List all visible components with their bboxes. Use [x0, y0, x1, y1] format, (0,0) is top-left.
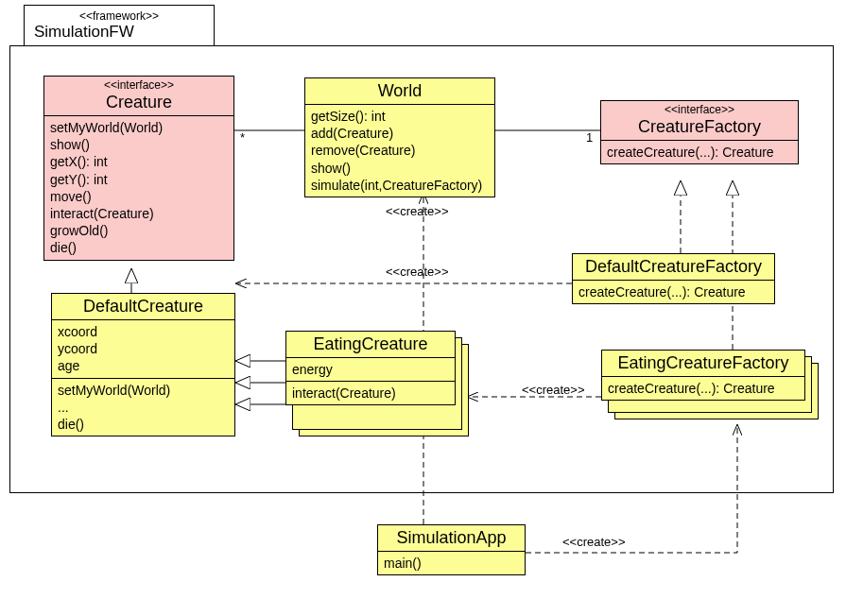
cfactory-stereotype: <<interface>>	[605, 103, 794, 116]
op: die()	[50, 239, 228, 256]
eatcfactory-name: EatingCreatureFactory	[606, 352, 801, 374]
world-ops: getSize(): int add(Creature) remove(Crea…	[305, 104, 494, 197]
op: setMyWorld(World)	[50, 119, 228, 136]
op: show()	[311, 160, 489, 177]
cfactory-ops: createCreature(...): Creature	[601, 140, 798, 163]
op: main()	[384, 555, 519, 572]
world-name: World	[309, 80, 491, 102]
eatcreature-ops: interact(Creature)	[286, 381, 455, 404]
class-world: World getSize(): int add(Creature) remov…	[304, 77, 495, 197]
creature-name: Creature	[48, 92, 230, 113]
multiplicity-one: 1	[586, 130, 593, 145]
op: growOld()	[50, 222, 228, 239]
create-label: <<create>>	[386, 204, 449, 218]
package-stereotype: <<framework>>	[34, 9, 204, 23]
eatcreature-attrs: energy	[286, 357, 455, 381]
defcfactory-ops: createCreature(...): Creature	[573, 280, 774, 303]
op: createCreature(...): Creature	[608, 380, 799, 397]
op: simulate(int,CreatureFactory)	[311, 177, 489, 194]
defcreature-ops: setMyWorld(World) ... die()	[52, 378, 234, 436]
package-name: SimulationFW	[34, 23, 204, 42]
class-simulation-app: SimulationApp main()	[377, 524, 526, 575]
op: add(Creature)	[311, 125, 489, 142]
op: createCreature(...): Creature	[578, 283, 768, 300]
create-label: <<create>>	[522, 383, 585, 397]
create-label: <<create>>	[386, 265, 449, 279]
op: getX(): int	[50, 153, 228, 170]
op: show()	[50, 136, 228, 153]
simapp-ops: main()	[378, 551, 525, 574]
attr: age	[58, 357, 229, 374]
op: ...	[58, 399, 229, 416]
multiplicity-star: *	[240, 130, 245, 145]
defcreature-name: DefaultCreature	[56, 296, 231, 317]
op: interact(Creature)	[292, 385, 449, 402]
creature-stereotype: <<interface>>	[48, 78, 230, 92]
op: interact(Creature)	[50, 205, 228, 222]
attr: xcoord	[58, 323, 229, 340]
class-default-creature: DefaultCreature xcoord ycoord age setMyW…	[51, 293, 235, 436]
op: getSize(): int	[311, 108, 489, 125]
uml-diagram: <<framework>> SimulationFW <<interface>>…	[0, 0, 846, 616]
class-eating-creature-factory: EatingCreatureFactory createCreature(...…	[601, 350, 805, 401]
class-creature-factory: <<interface>> CreatureFactory createCrea…	[600, 100, 799, 164]
package-tab: <<framework>> SimulationFW	[24, 5, 215, 46]
cfactory-name: CreatureFactory	[605, 116, 794, 138]
op: getY(): int	[50, 171, 228, 188]
class-eating-creature: EatingCreature energy interact(Creature)	[285, 331, 456, 405]
eatcfactory-ops: createCreature(...): Creature	[602, 376, 804, 400]
op: createCreature(...): Creature	[607, 144, 792, 161]
op: die()	[58, 416, 229, 433]
eatcreature-name: EatingCreature	[290, 334, 451, 355]
class-eating-creature-stack: EatingCreature energy interact(Creature)	[285, 331, 470, 435]
op: remove(Creature)	[311, 142, 489, 159]
create-label: <<create>>	[562, 535, 626, 549]
op: move()	[50, 188, 228, 205]
op: setMyWorld(World)	[58, 382, 229, 399]
class-creature: <<interface>> Creature setMyWorld(World)…	[43, 76, 234, 261]
class-eating-creature-factory-stack: EatingCreatureFactory createCreature(...…	[601, 350, 819, 425]
class-default-creature-factory: DefaultCreatureFactory createCreature(..…	[572, 253, 775, 304]
simapp-name: SimulationApp	[382, 527, 521, 549]
attr: energy	[292, 361, 449, 378]
attr: ycoord	[58, 340, 229, 357]
creature-ops: setMyWorld(World) show() getX(): int get…	[44, 115, 233, 260]
defcreature-attrs: xcoord ycoord age	[52, 319, 234, 378]
defcfactory-name: DefaultCreatureFactory	[577, 256, 770, 278]
